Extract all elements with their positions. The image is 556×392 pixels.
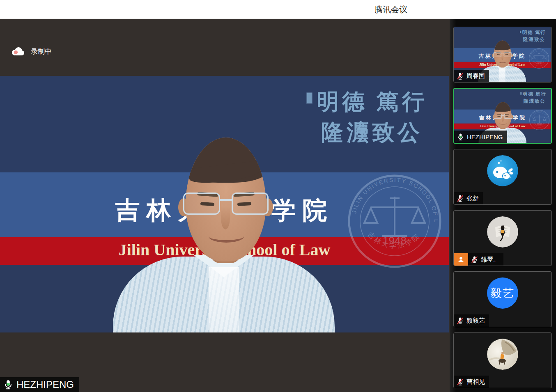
main-video-stage[interactable]: 录制中 明德 篤行 隆灋致公 吉林大学法学院 Jilin University …	[0, 19, 450, 392]
participant-name: 曹相见	[466, 378, 485, 386]
recording-indicator: 录制中	[10, 46, 52, 57]
host-badge-icon	[454, 253, 468, 266]
participant-name: 雏琴。	[481, 256, 499, 264]
person-glasses	[494, 114, 512, 119]
mic-muted-icon	[456, 72, 464, 80]
participants-sidebar[interactable]: 明德 篤行 隆灋致公 吉林大学法学院 Jilin University Scho…	[450, 19, 556, 392]
main-video[interactable]: 明德 篤行 隆灋致公 吉林大学法学院 Jilin University Scho…	[0, 76, 449, 332]
self-name: HEZHIPENG	[16, 379, 74, 390]
speaker-person	[0, 76, 449, 332]
avatar-initials-text: 毅艺	[491, 286, 515, 300]
participant-name: 张舒	[466, 195, 479, 202]
person-glasses	[183, 193, 269, 215]
participant-name-tag: 张舒	[454, 192, 483, 204]
participant-name-tag: 曹相见	[454, 376, 489, 388]
mic-muted-icon	[471, 256, 478, 264]
participant-tile-zhouchunguo[interactable]: 明德 篤行 隆灋致公 吉林大学法学院 Jilin University Scho…	[453, 27, 552, 83]
participant-name-tag: 雏琴。	[468, 253, 503, 266]
mic-muted-icon	[456, 378, 464, 386]
painting-avatar	[487, 339, 518, 370]
participant-tile-zhangshu[interactable]: 张舒	[453, 149, 552, 205]
participant-tile-chuqin[interactable]: 雏琴。	[453, 210, 552, 266]
recording-cloud-icon	[10, 46, 25, 57]
participant-tile-hezhipeng[interactable]: 明德 篤行 隆灋致公 吉林大学法学院 Jilin University Scho…	[453, 88, 552, 144]
mic-on-icon	[3, 379, 14, 390]
person-hair	[494, 40, 511, 50]
participant-name-tag: 周春国	[454, 70, 489, 82]
mic-on-icon	[457, 133, 464, 141]
participant-tile-yanyiyi[interactable]: 毅艺 颜毅艺	[453, 271, 552, 327]
person-hair	[186, 138, 266, 183]
participant-tile-caoxiangjian[interactable]: 曹相见	[453, 332, 552, 388]
whale-avatar	[487, 155, 518, 186]
initials-avatar: 毅艺	[487, 277, 518, 309]
participant-name-tag: HEZHIPENG	[454, 131, 507, 143]
participant-name-tag: 颜毅艺	[454, 314, 489, 327]
participant-name: 颜毅艺	[466, 317, 485, 325]
person-hair	[494, 102, 512, 112]
person-body	[113, 257, 335, 332]
self-name-tag: HEZHIPENG	[0, 377, 79, 392]
app-title: 腾讯会议	[374, 0, 407, 19]
participant-name: HEZHIPENG	[467, 133, 503, 140]
video-backdrop: 明德 篤行 隆灋致公 吉林大学法学院 Jilin University Scho…	[0, 76, 449, 332]
participant-name: 周春国	[466, 72, 485, 80]
title-bar[interactable]: 腾讯会议	[0, 0, 556, 19]
person-glasses	[493, 52, 512, 57]
meeting-window: 腾讯会议 录制中 明德 篤行 隆灋致公 吉林大学法学院 Jilin Univer…	[0, 0, 556, 392]
mic-muted-icon	[456, 195, 464, 202]
mic-muted-icon	[456, 317, 464, 325]
cat-book-avatar	[487, 216, 518, 248]
recording-label: 录制中	[31, 47, 52, 56]
